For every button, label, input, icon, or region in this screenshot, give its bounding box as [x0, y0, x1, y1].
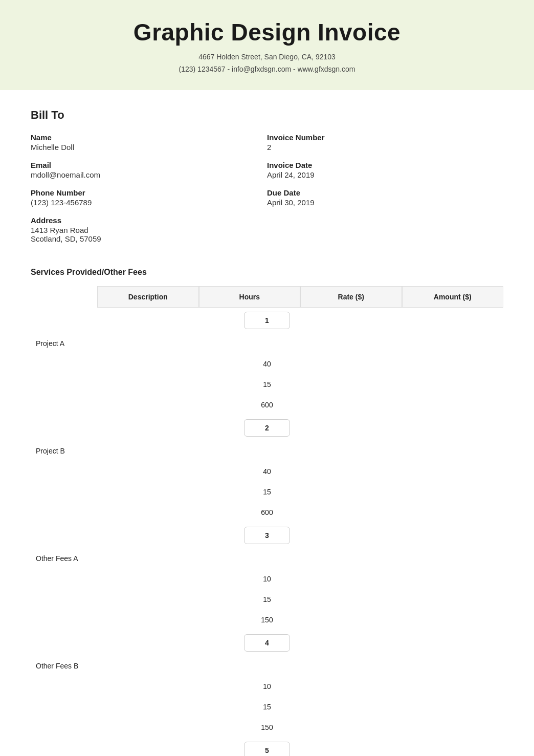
email-label: Email: [31, 161, 267, 169]
row-rate: 15: [31, 374, 503, 395]
client-address-block: Address 1413 Ryan Road Scotland, SD, 570…: [31, 216, 267, 243]
row-num: 4: [244, 634, 290, 652]
row-amount: 150: [31, 717, 503, 738]
due-date-label: Due Date: [267, 188, 503, 197]
row-rate: 15: [31, 589, 503, 610]
row-description: Project B: [31, 441, 503, 461]
row-num: 3: [244, 527, 290, 544]
invoice-number-block: Invoice Number 2: [267, 133, 503, 152]
client-info-section: Name Michelle Doll Email mdoll@noemail.c…: [31, 133, 503, 252]
client-left-column: Name Michelle Doll Email mdoll@noemail.c…: [31, 133, 267, 252]
bill-to-title: Bill To: [31, 109, 503, 122]
name-label: Name: [31, 133, 267, 142]
address-line2: (123) 1234567 - info@gfxdsgn.com - www.g…: [10, 63, 524, 76]
due-date-value: April 30, 2019: [267, 198, 503, 207]
row-hours: 40: [31, 461, 503, 482]
row-amount: 600: [31, 395, 503, 415]
address-value-line2: Scotland, SD, 57059: [31, 234, 267, 243]
email-value: mdoll@noemail.com: [31, 170, 267, 179]
th-rate: Rate ($): [300, 286, 402, 308]
client-name-block: Name Michelle Doll: [31, 133, 267, 152]
invoice-date-value: April 24, 2019: [267, 170, 503, 179]
row-hours: 10: [31, 676, 503, 697]
name-value: Michelle Doll: [31, 143, 267, 152]
invoice-date-label: Invoice Date: [267, 161, 503, 169]
row-num: 5: [244, 742, 290, 756]
row-num-cell-wrap: 2: [31, 415, 503, 441]
invoice-number-label: Invoice Number: [267, 133, 503, 142]
row-num: 2: [244, 419, 290, 437]
th-empty: [31, 286, 97, 308]
th-amount: Amount ($): [402, 286, 504, 308]
row-rate: 15: [31, 697, 503, 717]
row-rate: 15: [31, 482, 503, 502]
row-description: Other Fees B: [31, 656, 503, 676]
row-num-cell-wrap: 4: [31, 630, 503, 656]
row-hours: 40: [31, 354, 503, 374]
due-date-block: Due Date April 30, 2019: [267, 188, 503, 207]
address-value-line1: 1413 Ryan Road: [31, 226, 267, 234]
main-content: Bill To Name Michelle Doll Email mdoll@n…: [0, 90, 534, 756]
th-hours: Hours: [199, 286, 301, 308]
page-header: Graphic Design Invoice 4667 Holden Stree…: [0, 0, 534, 90]
row-description: Project A: [31, 333, 503, 354]
row-amount: 150: [31, 610, 503, 630]
table-body: 1Project A40156002Project B40156003Other…: [31, 308, 503, 756]
invoice-date-block: Invoice Date April 24, 2019: [267, 161, 503, 179]
th-description: Description: [97, 286, 199, 308]
phone-value: (123) 123-456789: [31, 198, 267, 207]
page-title: Graphic Design Invoice: [10, 18, 524, 46]
client-phone-block: Phone Number (123) 123-456789: [31, 188, 267, 207]
row-num-cell-wrap: 1: [31, 308, 503, 333]
services-section-title: Services Provided/Other Fees: [31, 268, 503, 277]
row-num-cell-wrap: 3: [31, 523, 503, 548]
services-table: Description Hours Rate ($) Amount ($) 1P…: [31, 286, 503, 756]
company-address: 4667 Holden Street, San Diego, CA, 92103…: [10, 51, 524, 76]
phone-label: Phone Number: [31, 188, 267, 197]
client-right-column: Invoice Number 2 Invoice Date April 24, …: [267, 133, 503, 252]
row-num-cell-wrap: 5: [31, 738, 503, 756]
address-label: Address: [31, 216, 267, 225]
address-line1: 4667 Holden Street, San Diego, CA, 92103: [10, 51, 524, 63]
invoice-number-value: 2: [267, 143, 503, 152]
row-hours: 10: [31, 569, 503, 589]
table-header-row: Description Hours Rate ($) Amount ($): [31, 286, 503, 308]
client-email-block: Email mdoll@noemail.com: [31, 161, 267, 179]
row-num: 1: [244, 312, 290, 329]
row-description: Other Fees A: [31, 548, 503, 569]
row-amount: 600: [31, 502, 503, 523]
